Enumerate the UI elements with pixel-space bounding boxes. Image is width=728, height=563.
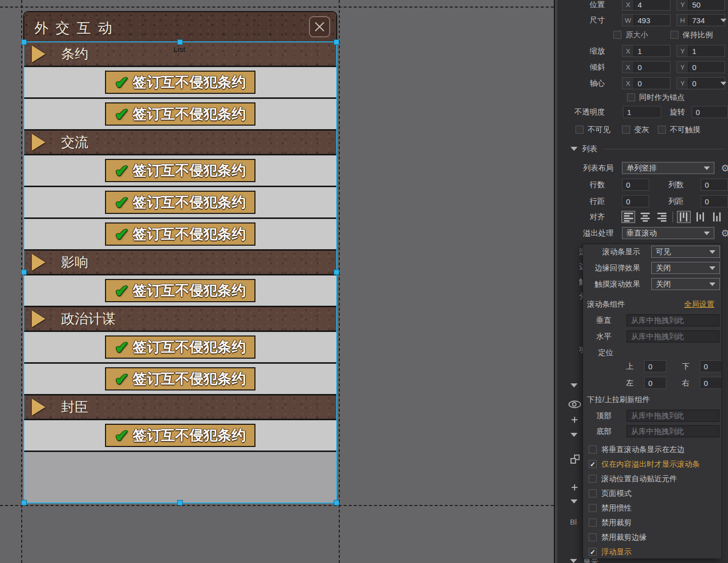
list-section-row[interactable]: 交流 [24,131,336,155]
checked-checkbox[interactable]: ✓ [589,548,597,556]
size-w-value[interactable]: 493 [634,15,670,26]
skew-y-value[interactable]: 0 [689,62,724,73]
unchecked-checkbox[interactable] [589,533,597,541]
checked-checkbox[interactable]: ✓ [589,460,597,468]
unchecked-checkbox[interactable] [589,504,597,512]
size-h-field[interactable]: H 734 [677,14,725,26]
original-size-checkbox[interactable] [613,31,621,39]
eye-icon[interactable] [568,401,581,408]
refresh-footer-slot[interactable]: 从库中拖拽到此 [627,425,719,437]
layout-value: 单列竖排 [627,163,701,173]
rotation-input[interactable]: 0 [692,106,728,118]
anchor-checkbox[interactable] [627,93,635,101]
sign-pact-button[interactable]: ✔签订互不侵犯条约 [105,159,255,182]
margin-top-input[interactable]: 0 [644,360,666,372]
x-prefix: X [622,62,634,73]
skew-y-field[interactable]: Y 0 [677,61,725,73]
collapse-arrow-icon[interactable] [570,433,578,437]
invisible-checkbox[interactable] [576,126,584,134]
sign-pact-button[interactable]: ✔签订互不侵犯条约 [105,102,255,126]
scale-x-value[interactable]: 1 [634,45,670,57]
refresh-header-slot[interactable]: 从库中拖拽到此 [627,410,719,422]
scale-y-field[interactable]: Y 1 [677,45,725,57]
valign-bottom-icon[interactable] [710,211,724,223]
collapse-arrow-icon[interactable] [570,383,578,387]
margin-left-input[interactable]: 0 [644,377,666,389]
position-x-value[interactable]: 4 [634,0,670,10]
horizontal-scrollbar-slot[interactable]: 从库中拖拽到此 [627,330,719,343]
skew-label: 倾斜 [555,63,605,72]
global-settings-link[interactable]: 全局设置 [684,300,714,309]
untouchable-checkbox[interactable] [658,126,666,134]
touch-scroll-dropdown[interactable]: 关闭 [651,278,720,290]
skew-x-value[interactable]: 0 [634,62,670,73]
pivot-y-value[interactable]: 0 [689,78,724,89]
list-section-header[interactable]: 列表 [555,143,728,154]
unchecked-checkbox[interactable] [589,519,597,527]
list-section-row[interactable]: 条约 [24,42,336,67]
popup-option-row: 滚动位置自动贴近元件 [583,472,721,485]
gear-icon[interactable]: ⚙ [721,162,728,174]
sign-pact-button[interactable]: ✔签订互不侵犯条约 [105,424,255,447]
sign-pact-button[interactable]: ✔签订互不侵犯条约 [105,222,255,246]
list-section-row[interactable]: 影响 [24,251,336,275]
sign-pact-button[interactable]: ✔签订互不侵犯条约 [105,367,255,390]
position-y-value[interactable]: 50 [689,0,724,10]
list-item-row: ✔签订互不侵犯条约 [24,332,336,364]
layout-label: 列表布局 [555,163,613,173]
position-y-field[interactable]: Y 50 [677,0,725,11]
x-prefix: X [622,78,634,89]
size-w-field[interactable]: W 493 [622,14,670,26]
collapse-arrow-icon[interactable] [570,559,577,563]
scale-y-value[interactable]: 1 [689,45,724,57]
margin-right-input[interactable]: 0 [700,377,722,389]
chevron-down-icon[interactable] [720,19,726,22]
row-gap-input[interactable]: 0 [622,195,649,207]
duplicate-icon[interactable] [570,455,580,464]
col-gap-input[interactable]: 0 [701,195,728,207]
pivot-y-field[interactable]: Y 0 [677,77,725,89]
gear-icon[interactable]: ⚙ [721,228,728,239]
sign-pact-button[interactable]: ✔签订互不侵犯条约 [105,335,255,359]
skew-x-field[interactable]: X 0 [622,61,670,73]
row-count-input[interactable]: 0 [622,179,649,191]
pivot-x-field[interactable]: X 0 [622,77,670,89]
layout-dropdown[interactable]: 单列竖排 [622,162,714,174]
bounce-dropdown[interactable]: 关闭 [651,262,720,274]
plus-icon[interactable]: + [571,482,578,492]
popup-option-label: 滚动位置自动贴近元件 [601,474,677,484]
align-right-icon[interactable] [655,211,668,223]
sign-pact-button[interactable]: ✔签订互不侵犯条约 [105,191,255,214]
overflow-dropdown[interactable]: 垂直滚动 [622,227,714,239]
collapse-arrow-icon[interactable] [570,147,578,151]
vertical-scrollbar-slot[interactable]: 从库中拖拽到此 [627,314,719,326]
margin-bottom-input[interactable]: 0 [700,360,722,372]
unchecked-checkbox[interactable] [589,489,597,497]
opacity-input[interactable]: 1 [623,106,661,118]
chevron-down-icon[interactable] [720,82,726,85]
position-x-field[interactable]: X 4 [622,0,670,11]
close-icon[interactable] [309,16,330,37]
plus-icon[interactable]: + [571,415,578,425]
list-section-row[interactable]: 政治计谋 [24,307,336,332]
unchecked-checkbox[interactable] [589,475,597,483]
col-count-input[interactable]: 0 [701,179,728,191]
pivot-x-value[interactable]: 0 [634,78,670,89]
sign-pact-button[interactable]: ✔签订互不侵犯条约 [105,279,255,302]
scrollbar-display-dropdown[interactable]: 可见 [651,246,720,258]
expand-arrow-icon [32,45,45,63]
valign-middle-icon[interactable] [694,211,707,223]
sign-pact-button[interactable]: ✔签订互不侵犯条约 [105,71,255,94]
list-section-row[interactable]: 封臣 [24,396,336,420]
keep-ratio-checkbox[interactable] [670,31,679,39]
popup-option-row: 禁用裁剪 [583,516,721,529]
collapse-arrow-icon[interactable] [570,499,578,503]
scale-x-field[interactable]: X 1 [622,45,670,57]
valign-top-icon[interactable] [677,211,691,223]
align-center-icon[interactable] [638,211,652,223]
gray-checkbox[interactable] [622,126,630,134]
list-item-row: ✔签订互不侵犯条约 [24,67,336,99]
size-h-value[interactable]: 734 [689,15,724,26]
align-left-icon[interactable] [621,211,635,223]
unchecked-checkbox[interactable] [589,445,597,454]
